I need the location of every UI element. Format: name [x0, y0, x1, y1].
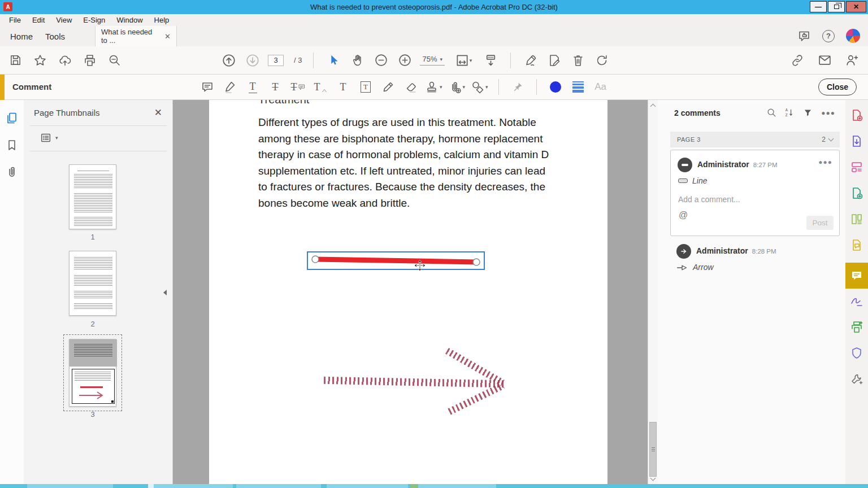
text-box-icon[interactable]: T [357, 79, 374, 95]
maximize-button[interactable] [828, 1, 845, 12]
underline-text-icon[interactable]: T [244, 79, 261, 95]
comment-card-line[interactable]: Administrator8:27 PM ●●● Line Add a comm… [670, 150, 840, 236]
user-avatar[interactable] [846, 29, 860, 43]
scrollbar-thumb[interactable] [649, 422, 657, 477]
attachments-panel-icon[interactable] [5, 165, 19, 178]
menu-esign[interactable]: E-Sign [79, 15, 110, 25]
minimize-button[interactable]: — [810, 1, 827, 12]
menu-file[interactable]: File [5, 15, 25, 25]
comment-card-arrow[interactable]: Administrator8:28 PM Arrow [670, 244, 840, 278]
comment-toolbar-divider [536, 79, 537, 95]
collapse-panel-arrow-icon[interactable] [163, 290, 167, 295]
post-comment-button[interactable]: Post [806, 216, 834, 230]
fit-width-icon[interactable]: ▾ [452, 52, 475, 69]
share-link-icon[interactable] [789, 52, 806, 69]
star-favorite-icon[interactable] [32, 52, 49, 69]
mention-at-button[interactable]: @ [679, 210, 688, 220]
page-up-icon[interactable] [220, 52, 237, 69]
add-comment-placeholder[interactable]: Add a comment... [678, 195, 740, 204]
scroll-mode-icon[interactable] [482, 52, 499, 69]
create-from-file-icon[interactable] [850, 186, 863, 200]
protect-pdf-icon[interactable] [850, 346, 863, 360]
sticky-note-icon[interactable] [199, 79, 216, 95]
attachment-icon[interactable]: ▾ [448, 79, 466, 95]
add-person-icon[interactable] [843, 52, 860, 69]
filter-comments-icon[interactable] [803, 108, 813, 117]
thumbnail-page-2[interactable] [69, 251, 116, 316]
scan-ocr-icon[interactable] [850, 320, 863, 334]
tab-home[interactable]: Home [5, 26, 38, 46]
close-comment-button[interactable]: Close [818, 79, 857, 95]
page-down-icon[interactable] [244, 52, 261, 69]
hand-pan-icon[interactable] [349, 52, 366, 69]
stamp-icon[interactable]: ▾ [425, 79, 442, 95]
replace-text-icon[interactable]: T [289, 79, 306, 95]
comment-time: 8:28 PM [752, 248, 776, 255]
page-number-input[interactable]: 3 [268, 55, 284, 66]
search-comments-icon[interactable] [767, 108, 776, 117]
color-picker-icon[interactable] [547, 79, 564, 95]
create-pdf-icon[interactable] [850, 108, 863, 122]
menu-edit[interactable]: Edit [28, 15, 49, 25]
document-scrollbar[interactable] [648, 100, 658, 484]
line-thickness-icon[interactable] [570, 79, 587, 95]
arrow-annotation-shaft[interactable] [324, 377, 504, 388]
document-viewport[interactable]: Treatment Different types of drugs are u… [173, 100, 648, 484]
eraser-icon[interactable] [402, 79, 419, 95]
tab-tools[interactable]: Tools [40, 26, 71, 46]
organize-pages-icon[interactable] [850, 212, 863, 226]
fill-sign-pen-icon[interactable] [522, 52, 539, 69]
fill-and-sign-icon[interactable] [850, 294, 863, 308]
insert-text-icon[interactable]: T [312, 79, 329, 95]
save-icon[interactable] [7, 52, 24, 69]
page-thumbnails-panel-icon[interactable] [5, 111, 19, 125]
export-pdf-icon[interactable] [850, 134, 863, 148]
print-icon[interactable] [81, 52, 98, 69]
edit-pdf-icon[interactable] [546, 52, 563, 69]
strikethrough-text-icon[interactable]: T [267, 79, 284, 95]
font-options-icon[interactable]: Aa [592, 79, 609, 95]
zoom-out-icon[interactable] [372, 52, 389, 69]
add-text-icon[interactable]: T [335, 79, 351, 95]
comments-options-icon[interactable]: ●●● [821, 109, 835, 117]
tab-document[interactable]: What is needed to ... ✕ [95, 26, 177, 46]
menu-help[interactable]: Help [150, 15, 174, 25]
keep-tool-pin-icon[interactable] [509, 79, 526, 95]
thumb-text [77, 171, 109, 172]
close-window-button[interactable]: ✕ [846, 1, 866, 12]
scroll-up-icon[interactable] [650, 104, 656, 110]
feedback-icon[interactable] [797, 29, 811, 43]
highlighter-icon[interactable] [222, 79, 238, 95]
zoom-in-icon[interactable] [396, 52, 413, 69]
thumbnail-page-3[interactable] [69, 339, 116, 407]
tab-close-icon[interactable]: ✕ [164, 32, 171, 41]
windows-taskbar-strip[interactable] [0, 484, 868, 488]
bookmarks-panel-icon[interactable] [5, 138, 19, 152]
thumbnail-page-1[interactable] [69, 164, 116, 229]
help-icon[interactable]: ? [822, 30, 835, 42]
menu-view[interactable]: View [51, 15, 76, 25]
comment-toolbar-divider [498, 79, 499, 95]
trash-icon[interactable] [570, 52, 587, 69]
shapes-icon[interactable]: ▾ [471, 79, 488, 95]
thumbnails-close-icon[interactable]: ✕ [154, 107, 162, 119]
search-icon[interactable] [106, 52, 123, 69]
arrow-annotation-head-lower[interactable] [448, 382, 505, 415]
draw-pencil-icon[interactable] [380, 79, 397, 95]
thumbnails-options-button[interactable]: ▾ [40, 132, 58, 144]
edit-pdf-tool-icon[interactable] [850, 160, 863, 174]
menu-window[interactable]: Window [112, 15, 147, 25]
comment-options-icon[interactable]: ●●● [818, 158, 832, 166]
select-pointer-icon[interactable] [325, 52, 342, 69]
line-annotation-selected[interactable] [307, 251, 485, 270]
acrobat-window: A What is needed to prevent osteoporosis… [0, 0, 868, 488]
comment-tool-icon[interactable] [850, 269, 863, 282]
page-group-header[interactable]: PAGE 3 2 [670, 132, 840, 147]
cloud-upload-icon[interactable] [57, 52, 73, 69]
more-tools-icon[interactable] [850, 372, 863, 386]
rotate-icon[interactable] [593, 52, 610, 69]
zoom-level-select[interactable]: 75%▾ [420, 55, 445, 66]
email-icon[interactable] [816, 52, 833, 69]
sort-comments-icon[interactable]: AZ [785, 108, 795, 117]
request-signatures-icon[interactable] [850, 238, 863, 252]
